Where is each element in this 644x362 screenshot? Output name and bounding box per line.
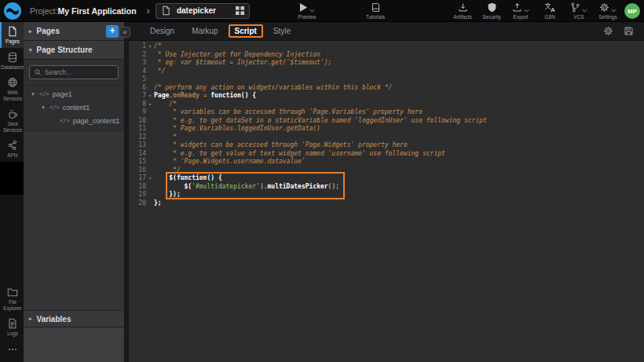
topbar-export-button[interactable]: Export	[510, 2, 532, 20]
fold-spacer	[146, 51, 154, 60]
topbar-actions: Artifacts Security Export A I18N VCS Set…	[452, 2, 619, 20]
fold-marker-icon[interactable]: ▾	[146, 42, 154, 51]
tree-node-page-content1[interactable]: </> page_content1	[24, 114, 124, 127]
collapse-panel-button[interactable]: «	[119, 27, 130, 38]
search-input[interactable]	[45, 68, 114, 76]
dots-icon	[7, 344, 18, 355]
rail-item-file-explorer[interactable]: File Explorer	[0, 283, 24, 314]
fold-spacer	[146, 158, 154, 166]
code-icon: </>	[60, 118, 70, 124]
topbar-security-button[interactable]: Security	[481, 2, 503, 20]
fold-spacer	[146, 117, 154, 126]
variables-title: Variables	[37, 315, 71, 324]
tree-node-label: page_content1	[73, 117, 120, 125]
pages-panel-header[interactable]: ▸ Pages +	[24, 22, 124, 41]
tree-node-content1[interactable]: ▾ </> content1	[24, 101, 124, 114]
page-structure-header[interactable]: ▾ Page Structure	[24, 41, 124, 60]
code-line[interactable]: 4 */	[129, 68, 644, 76]
api-icon	[7, 140, 18, 151]
fold-marker-icon[interactable]: ▾	[146, 92, 154, 101]
rail-item-apis[interactable]: APIs	[0, 136, 24, 162]
fold-spacer	[146, 125, 154, 133]
page-structure-title: Page Structure	[37, 46, 93, 54]
shield-icon	[487, 2, 497, 13]
tab-markup[interactable]: Markup	[185, 24, 225, 38]
open-page-tab-datepicker[interactable]: datepicker	[156, 3, 250, 19]
rail-item-pages[interactable]: Pages	[0, 22, 24, 48]
fold-spacer	[146, 133, 154, 142]
code-line[interactable]: 16 */	[129, 166, 644, 175]
play-icon	[299, 2, 308, 13]
code-line[interactable]: 3 * eg: var $timeout = Injector.get('$ti…	[129, 59, 644, 68]
left-rail: Pages Databases Web Services Java Servic…	[0, 22, 24, 362]
code-line[interactable]: 14 * e.g. to get value of text widget na…	[129, 150, 644, 159]
page-structure-tree: ▾ </> page1 ▾ </> content1 </> page_cont…	[24, 86, 124, 131]
fold-spacer	[146, 68, 154, 76]
caret-right-icon[interactable]: ▸	[29, 316, 32, 322]
gear-icon	[599, 2, 609, 13]
code-line[interactable]: 8 ▾ /*	[129, 101, 644, 109]
code-line[interactable]: 20 };	[129, 199, 644, 208]
rail-item-more[interactable]	[0, 340, 24, 360]
caret-right-icon[interactable]: ▸	[29, 28, 32, 35]
book-icon	[371, 2, 381, 13]
code-line[interactable]: 13 * widgets can be accessed through 'Pa…	[129, 141, 644, 150]
gear-icon[interactable]	[603, 26, 613, 36]
panel-bottom-area	[24, 327, 124, 362]
code-line[interactable]: 17 ▾ $(function() {	[129, 174, 644, 183]
script-code-editor[interactable]: 1 ▾ /* 2 * Use Injector.get for Dependen…	[129, 41, 644, 362]
code-line[interactable]: 6 /* perform any action on widgets/varia…	[129, 84, 644, 93]
code-line[interactable]: 10 * e.g. to get dataSet in a staticVari…	[129, 117, 644, 126]
preview-button[interactable]: Preview	[289, 2, 325, 20]
fold-spacer	[146, 141, 154, 150]
user-avatar[interactable]: MP	[624, 3, 640, 19]
code-line[interactable]: 15 * 'Page.Widgets.username.datavalue'	[129, 158, 644, 166]
code-line[interactable]: 7 ▾ Page.onReady = function() {	[129, 92, 644, 101]
topbar-artifacts-button[interactable]: Artifacts	[452, 2, 474, 20]
rail-divider-block	[0, 162, 24, 195]
code-icon: </>	[39, 91, 49, 97]
rail-item-java-services[interactable]: Java Services	[0, 104, 24, 136]
add-page-button[interactable]: +	[106, 25, 119, 38]
fold-spacer	[146, 84, 154, 93]
save-icon[interactable]	[624, 26, 634, 36]
rail-spacer	[0, 195, 24, 283]
tutorials-button[interactable]: Tutorials	[357, 2, 393, 20]
tree-node-page1[interactable]: ▾ </> page1	[24, 87, 124, 101]
variables-header[interactable]: ▸ Variables	[24, 310, 124, 327]
tab-script[interactable]: Script	[229, 24, 263, 38]
tab-design[interactable]: Design	[143, 24, 181, 38]
code-line[interactable]: 11 * Page.Variables.loggedInUser.getData…	[129, 125, 644, 133]
code-line[interactable]: 12 *	[129, 133, 644, 142]
wavemaker-logo-icon[interactable]	[4, 2, 21, 20]
fold-marker-icon[interactable]: ▾	[146, 101, 154, 109]
file-icon	[161, 5, 171, 16]
code-line[interactable]: 9 * variables can be accessed through 'P…	[129, 108, 644, 117]
tab-style[interactable]: Style	[266, 24, 298, 38]
translate-icon: A	[544, 2, 555, 13]
search-box[interactable]	[29, 65, 119, 79]
editor-tabbar: DesignMarkupScriptStyle	[129, 22, 644, 41]
pages-panel-title: Pages	[37, 27, 60, 35]
code-line[interactable]: 18 $('#multidatepicker').multiDatesPicke…	[129, 183, 644, 192]
caret-down-icon[interactable]: ▾	[29, 47, 32, 53]
rail-item-logs[interactable]: Logs	[0, 314, 24, 340]
tutorials-label: Tutorials	[366, 14, 386, 20]
code-line[interactable]: 19 });	[129, 191, 644, 199]
topbar-i18n-button[interactable]: A I18N	[539, 2, 561, 20]
code-line[interactable]: 2 * Use Injector.get for Dependency Inje…	[129, 51, 644, 60]
fold-marker-icon[interactable]: ▾	[146, 174, 154, 183]
caret-down-icon[interactable]: ▾	[40, 104, 46, 111]
caret-down-icon	[611, 9, 617, 13]
grid-icon[interactable]	[236, 6, 244, 15]
topbar-vcs-button[interactable]: VCS	[568, 2, 590, 20]
code-line[interactable]: 5	[129, 75, 644, 84]
rail-item-web-services[interactable]: Web Services	[0, 73, 24, 104]
preview-label: Preview	[298, 14, 316, 20]
caret-down-icon[interactable]: ▾	[30, 91, 36, 97]
topbar-settings-button[interactable]: Settings	[597, 2, 619, 20]
svg-text:A: A	[551, 6, 555, 13]
rail-item-databases[interactable]: Databases	[0, 48, 24, 74]
caret-down-icon[interactable]	[309, 9, 315, 13]
code-line[interactable]: 1 ▾ /*	[129, 42, 644, 51]
